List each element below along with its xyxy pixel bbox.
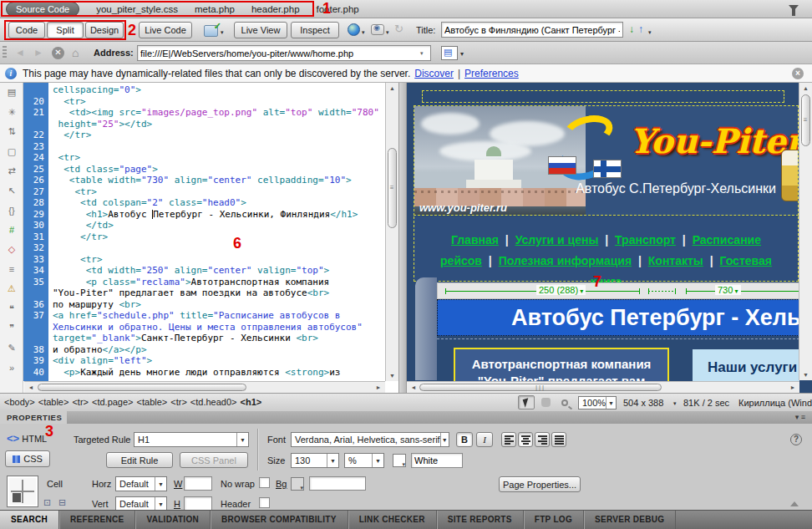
collapse-full-tag-icon[interactable]: ⇅ [0, 122, 23, 142]
results-tab-server-debug[interactable]: SERVER DEBUG [584, 511, 676, 529]
scroll-right-icon[interactable]: ► [373, 384, 383, 390]
tag-path-item[interactable]: <td.page> [92, 397, 134, 407]
cell-height-input[interactable] [184, 496, 212, 511]
html-mode-button[interactable]: <> HTML [7, 432, 47, 445]
horz-select[interactable]: Default▼ [115, 476, 167, 491]
tag-path-item[interactable]: <td.head0> [190, 397, 237, 407]
pane-splitter[interactable] [398, 83, 407, 393]
toolbar-grip[interactable] [3, 46, 7, 59]
collapse-selection-icon[interactable]: ▢ [0, 142, 23, 162]
results-tab-reference[interactable]: REFERENCE [59, 511, 135, 529]
design-pane[interactable]: You-Piter Автобус С.Петербург-Хельсинки … [407, 83, 812, 393]
code-line[interactable]: 36по маршруту <br> [23, 299, 383, 311]
scroll-up-icon[interactable]: ▲ [386, 85, 398, 91]
merge-cells-icon[interactable]: ⊡ [43, 497, 51, 508]
remove-comment-icon[interactable]: ❞ [0, 318, 23, 338]
collapse-panel-icon[interactable] [790, 501, 799, 506]
header-checkbox[interactable] [259, 497, 270, 508]
code-line[interactable]: 24 <tr> [23, 152, 383, 164]
window-size-value[interactable]: 504 x 388 [623, 398, 663, 408]
code-vertical-scrollbar[interactable]: ▲ ≡ ▼ [385, 83, 398, 381]
bg-color-input[interactable] [309, 476, 366, 491]
code-line[interactable]: 26 <table width="730" align="center" cel… [23, 175, 383, 186]
site-banner[interactable]: You-Piter Автобус С.Петербург-Хельсинки … [414, 105, 799, 216]
preferences-link[interactable]: Preferences [464, 68, 519, 79]
tag-path-item[interactable]: <table> [38, 397, 69, 407]
scroll-down-icon[interactable]: ▼ [386, 373, 398, 379]
code-line[interactable]: 31 </tr> [23, 231, 383, 243]
open-documents-icon[interactable]: ▤ [0, 83, 23, 103]
show-info-icon[interactable]: ✳ [0, 103, 23, 123]
scroll-down-icon[interactable]: ▼ [799, 372, 812, 378]
tag-path-item[interactable]: <h1> [241, 397, 262, 407]
code-line[interactable]: "You-Piter" предлагает вам поездки на ав… [23, 287, 383, 299]
code-line[interactable]: 35 <p class="reclama">Автотранспортная к… [23, 277, 383, 288]
code-line[interactable]: 38и обратно</a></p> [23, 344, 383, 356]
close-icon[interactable]: × [792, 68, 804, 79]
word-wrap-icon[interactable]: ≡ [0, 260, 23, 280]
inspect-button[interactable]: Inspect [291, 22, 339, 38]
code-horizontal-scrollbar[interactable]: ◄ ► [24, 381, 385, 393]
column-width-label[interactable]: 250 (288) [536, 285, 586, 295]
code-line[interactable]: 30 </td> [23, 220, 383, 231]
text-color-input[interactable] [411, 453, 463, 468]
put-file-icon[interactable]: ↑ [638, 23, 643, 35]
stop-icon[interactable]: ✕ [52, 47, 64, 59]
code-editor[interactable]: cellspacing="0">20 <tr>21 <td><img src="… [23, 84, 383, 378]
live-view-button[interactable]: Live View [234, 22, 287, 38]
line-numbers-icon[interactable]: # [0, 221, 23, 241]
related-files-list-icon[interactable] [441, 46, 458, 60]
design-nav-link[interactable]: Услуги и цены [515, 233, 599, 247]
code-line[interactable]: 33 <tr> [23, 254, 383, 266]
design-top-table-row[interactable] [422, 90, 784, 103]
split-cell-icon[interactable]: ⊟ [58, 497, 66, 508]
zoom-tool-button[interactable] [556, 395, 573, 409]
panel-menu-icon[interactable]: ▾ ≡ [795, 413, 805, 421]
zoom-level-select[interactable]: 100%▼ [578, 396, 617, 409]
chevron-down-icon[interactable]: ▾ [362, 29, 365, 36]
code-line[interactable]: 20 <tr> [23, 96, 383, 108]
code-line[interactable]: 40 <p>Каждый день многие люди отправляют… [23, 367, 383, 379]
help-icon[interactable]: ? [790, 434, 802, 445]
home-icon[interactable]: ⌂ [72, 46, 79, 59]
balance-braces-icon[interactable]: {} [0, 201, 23, 221]
code-line[interactable]: 39<div align="left"> [23, 355, 383, 367]
code-line[interactable]: 21 <td><img src="images/page_top.png" al… [23, 107, 383, 119]
bg-color-swatch[interactable] [291, 477, 304, 491]
tag-path-item[interactable]: <table> [137, 397, 168, 407]
code-line[interactable]: target="_blank">Санкт-Петербург - Хельси… [23, 333, 383, 344]
hand-tool-button[interactable] [537, 395, 554, 409]
design-horizontal-scrollbar[interactable]: ◄ ||| ► [407, 381, 799, 393]
code-line[interactable]: 23 [23, 141, 383, 153]
related-file-tab[interactable]: you_piter_style.css [96, 4, 178, 14]
results-tab-ftp-log[interactable]: FTP LOG [524, 511, 584, 529]
select-parent-tag-icon[interactable]: ↖ [0, 181, 23, 201]
related-file-tab[interactable]: header.php [251, 4, 300, 14]
visual-aids-icon[interactable] [371, 24, 384, 35]
scroll-left-icon[interactable]: ◄ [409, 384, 419, 390]
tag-path-item[interactable]: <body> [4, 397, 35, 407]
chevron-down-icon[interactable]: ▾ [386, 29, 389, 36]
address-dropdown-icon[interactable]: ▾ [420, 50, 424, 57]
preview-browser-icon[interactable] [348, 23, 360, 36]
align-left-button[interactable] [501, 432, 516, 447]
apply-comment-icon[interactable]: ❝ [0, 299, 23, 319]
live-code-button[interactable]: Live Code [139, 22, 192, 38]
results-tab-site-reports[interactable]: SITE REPORTS [437, 511, 524, 529]
scrollbar-thumb[interactable]: ||| [419, 384, 662, 391]
get-file-icon[interactable]: ↓ [629, 23, 634, 35]
design-vertical-scrollbar[interactable]: ▲ ≡ ▼ [799, 83, 812, 380]
design-h1-heading[interactable]: Автобус Петербург - Хельсинк [437, 299, 799, 336]
scroll-right-icon[interactable]: ► [788, 384, 798, 390]
design-nav-link[interactable]: Полезная информация [499, 254, 632, 267]
results-tab-search[interactable]: SEARCH [0, 511, 59, 529]
code-line[interactable]: cellspacing="0"> [23, 84, 383, 96]
bold-button[interactable]: B [456, 432, 473, 447]
css-mode-button[interactable]: CSS [5, 450, 50, 467]
scroll-left-icon[interactable]: ◄ [26, 384, 36, 390]
select-tool-button[interactable] [518, 395, 535, 409]
code-line[interactable]: 28 <td colspan="2" class="head0"> [23, 197, 383, 209]
properties-tab[interactable]: PROPERTIES [0, 411, 67, 424]
chevron-down-icon[interactable]: ▾ [648, 29, 652, 36]
code-line[interactable]: 34 <td width="250" align="center" valign… [23, 265, 383, 277]
